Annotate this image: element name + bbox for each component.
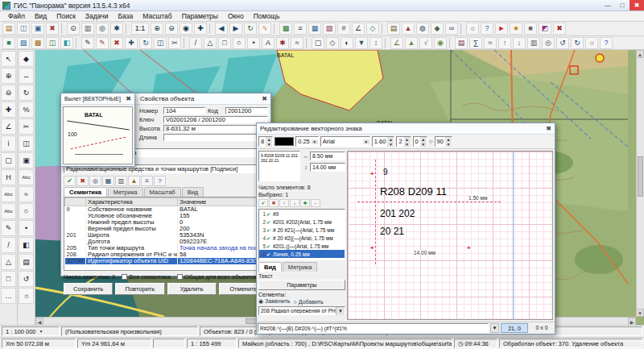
semantic-row[interactable]: 9Собственное названиеBATAL bbox=[65, 206, 261, 214]
color-swatch[interactable] bbox=[275, 137, 294, 146]
print-map-icon[interactable]: ▥ bbox=[527, 37, 540, 49]
undo-icon[interactable]: ↺ bbox=[556, 37, 569, 49]
create-object-icon[interactable]: ✎ bbox=[81, 37, 94, 49]
select-frame-tool-icon[interactable]: ▢ bbox=[1, 152, 16, 168]
height-field[interactable]: 8-631,32 м bbox=[163, 125, 268, 132]
eraser-tool-icon[interactable]: ▤ bbox=[19, 254, 34, 270]
menu-item-Помощь[interactable]: Помощь bbox=[249, 11, 285, 22]
settings-icon[interactable]: ☼ bbox=[466, 23, 479, 35]
rotate-tool-icon[interactable]: ↻ bbox=[19, 85, 34, 101]
semantic-row[interactable]: 201Широта535343N bbox=[65, 232, 261, 239]
prev-view-icon[interactable]: ◀ bbox=[215, 23, 228, 35]
ruler-icon[interactable]: ∠ bbox=[352, 23, 365, 35]
help-icon[interactable]: ? bbox=[481, 23, 493, 35]
line-tool-icon[interactable]: / bbox=[189, 37, 202, 49]
add-element-icon[interactable]: ✚ bbox=[300, 199, 310, 207]
measure-icon[interactable]: ∠ bbox=[390, 37, 403, 49]
cut-object-icon[interactable]: ✂ bbox=[168, 37, 181, 49]
line-create-icon[interactable]: / bbox=[1, 237, 16, 253]
layers-icon[interactable]: ▩ bbox=[279, 23, 292, 35]
abc-edit-icon[interactable]: Abc bbox=[19, 169, 34, 185]
polygon-create-icon[interactable]: △ bbox=[1, 254, 16, 270]
pan-hand-icon[interactable]: ✚ bbox=[1, 102, 16, 118]
minimize-button[interactable]: — bbox=[601, 0, 615, 10]
scale-1-1-button[interactable]: 1:1 bbox=[131, 23, 149, 35]
zoom-out-tool-icon[interactable]: ⊖ bbox=[1, 85, 16, 101]
font-combo[interactable]: Arial▼ bbox=[320, 136, 370, 147]
semantic-row[interactable]: 32799Идентификатор объекта UID120844BEC-… bbox=[65, 258, 261, 264]
binoculars-icon[interactable]: ⊙ bbox=[67, 23, 80, 35]
menu-item-Поиск[interactable]: Поиск bbox=[52, 11, 80, 22]
semantic-row[interactable]: Нижний предел высоты0 bbox=[65, 219, 261, 226]
star-icon[interactable]: ★ bbox=[510, 23, 522, 35]
cut-tool-icon[interactable]: ✂ bbox=[19, 118, 34, 135]
formula-dropdown-icon[interactable]: ▼ bbox=[490, 323, 499, 333]
save-icon[interactable]: ▣ bbox=[31, 23, 44, 35]
flight-preview[interactable]: BATAL 100 bbox=[63, 106, 133, 164]
circle-tool-icon[interactable]: ○ bbox=[233, 37, 246, 49]
chart-icon[interactable]: ▲ bbox=[402, 23, 415, 35]
rotate-object-icon[interactable]: ↻ bbox=[139, 37, 152, 49]
find-semantic-icon[interactable]: ◎ bbox=[89, 176, 101, 186]
invert-select-icon[interactable]: ◐ bbox=[341, 37, 353, 49]
element-list-item[interactable]: 1✔#9 bbox=[259, 210, 345, 218]
zoom-in-icon[interactable]: ⊕ bbox=[151, 23, 163, 35]
editor-tab-Вид[interactable]: Вид bbox=[258, 262, 282, 272]
menu-item-Файл[interactable]: Файл bbox=[3, 11, 30, 22]
key-field[interactable]: V02001206 / 2001200 bbox=[163, 116, 268, 123]
editor-tab-Метрика[interactable]: Метрика bbox=[283, 262, 318, 272]
element-list-item[interactable]: 4✔# 20 #2((—(Arial, 1.75 мм bbox=[259, 234, 345, 242]
object-list-icon[interactable]: ▦ bbox=[308, 23, 321, 35]
palette-icon[interactable]: ◩ bbox=[539, 23, 551, 35]
grid-icon[interactable]: # bbox=[337, 23, 350, 35]
element-up-icon[interactable]: ↑ bbox=[279, 199, 289, 207]
common-checkbox[interactable] bbox=[177, 274, 183, 280]
tool-settings-icon[interactable]: ☼ bbox=[19, 288, 34, 304]
pencil-tool-icon[interactable]: ✎ bbox=[1, 220, 16, 236]
editor-title-bar[interactable]: Редактирование векторного знака ✖ bbox=[257, 123, 555, 135]
open-map-icon[interactable]: ▤ bbox=[2, 23, 15, 35]
menu-item-Задачи[interactable]: Задачи bbox=[80, 11, 114, 22]
visibility-icon[interactable]: ◉ bbox=[434, 37, 447, 49]
close-button[interactable]: ✖ bbox=[630, 0, 644, 10]
element-list-item[interactable]: 6✔Линия, 0.25 мм bbox=[259, 250, 345, 258]
tab-Семантика[interactable]: Семантика bbox=[64, 187, 107, 197]
rect-create-icon[interactable]: □ bbox=[1, 271, 16, 287]
cancel-edit-icon[interactable]: ✖ bbox=[76, 176, 89, 186]
parameters-button[interactable]: Параметры bbox=[258, 280, 345, 290]
select-frame-icon[interactable]: ▢ bbox=[312, 37, 324, 49]
semantic-row[interactable]: Долгота0592237E bbox=[65, 239, 261, 245]
options-icon[interactable]: ☼ bbox=[585, 37, 598, 49]
zoom-select-icon[interactable]: ◉ bbox=[180, 23, 192, 35]
copy-object-icon[interactable]: ◫ bbox=[154, 37, 167, 49]
formula-input[interactable]: R#208.^(—(В) D#209.^(—) (#Т^(#1% bbox=[258, 323, 489, 333]
scroll-left-icon[interactable]: ◀ bbox=[35, 318, 43, 325]
fast-draw-icon[interactable]: ϟ bbox=[258, 23, 271, 35]
menu-item-Параметры[interactable]: Параметры bbox=[177, 11, 223, 22]
element-list-item[interactable]: 5✔#201.((—(Arial, 1.75 мм bbox=[259, 242, 345, 250]
vector-map-icon[interactable]: ■ bbox=[2, 37, 15, 49]
export-icon[interactable]: ↑ bbox=[498, 37, 511, 49]
filter-icon[interactable]: ▼ bbox=[355, 37, 368, 49]
view-3d-icon[interactable]: ◆ bbox=[431, 23, 444, 35]
scroll-down-icon[interactable]: ▼ bbox=[636, 309, 644, 317]
zoom-in-tool-icon[interactable]: ⊕ bbox=[1, 68, 16, 84]
select-poly-icon[interactable]: ◇ bbox=[326, 37, 339, 49]
info-tool-icon[interactable]: i bbox=[1, 135, 16, 152]
element-count-spinner[interactable]: 8▲▼ bbox=[258, 136, 273, 147]
paste-tool-icon[interactable]: ▣ bbox=[19, 152, 34, 168]
properties-close-icon[interactable]: ✖ bbox=[258, 95, 270, 102]
edit-object-icon[interactable]: ✎ bbox=[96, 37, 109, 49]
scroll-up-icon[interactable]: ▲ bbox=[636, 50, 644, 58]
region-icon[interactable]: ◧ bbox=[60, 37, 73, 49]
table-link-icon[interactable]: ▤ bbox=[455, 37, 468, 49]
label-abc2-icon[interactable]: Abc bbox=[1, 203, 16, 219]
maximize-button[interactable]: □ bbox=[615, 0, 630, 10]
pan-map-icon[interactable]: ✚ bbox=[194, 23, 207, 35]
tab-Метрика[interactable]: Метрика bbox=[108, 187, 143, 197]
ruler-tool-icon[interactable]: ∠ bbox=[1, 118, 16, 135]
area-icon[interactable]: ◇ bbox=[366, 23, 379, 35]
map-vertical-scrollbar[interactable]: ▲ ▼ bbox=[636, 50, 644, 317]
menu-item-Окно[interactable]: Окно bbox=[223, 11, 249, 22]
scale-selector[interactable]: 1 : 100 000▼ bbox=[2, 326, 60, 336]
